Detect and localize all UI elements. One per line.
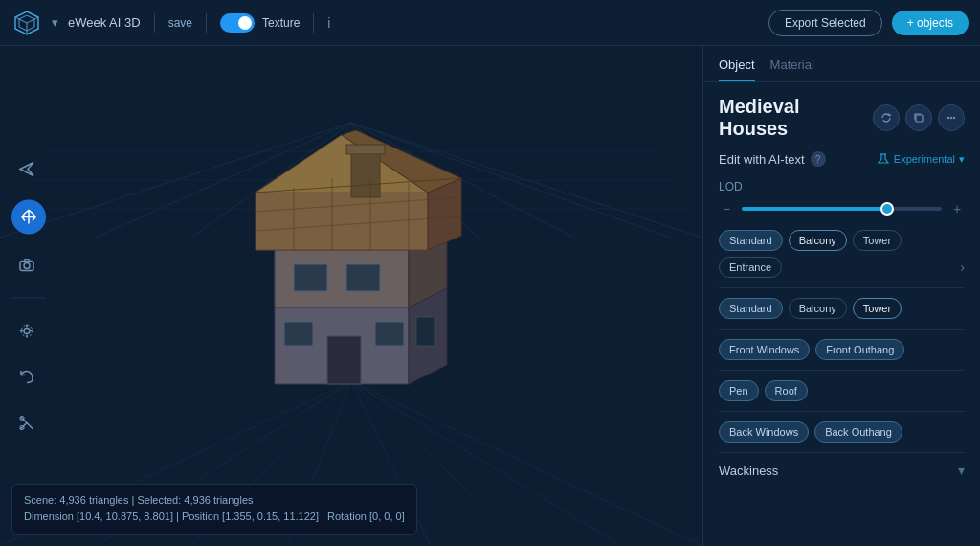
tag-row-4: Back Windows Back Outhang xyxy=(719,421,965,443)
ai-edit-label-text: Edit with AI-text xyxy=(719,152,805,167)
camera-tool-button[interactable] xyxy=(11,250,42,281)
send-tool-button[interactable] xyxy=(11,154,42,185)
lod-decrease-btn[interactable]: − xyxy=(719,201,734,216)
tag-front-outhang[interactable]: Front Outhang xyxy=(815,339,904,360)
left-toolbar xyxy=(11,154,46,439)
tool-separator xyxy=(11,298,46,299)
cut-tool-button[interactable] xyxy=(11,408,42,439)
tag-row-3: Pen Roof xyxy=(719,380,965,401)
tag-row-2: Front Windows Front Outhang xyxy=(719,339,965,360)
tag-front-windows[interactable]: Front Windows xyxy=(719,339,810,360)
tag-entrance-0[interactable]: Entrance xyxy=(719,257,782,278)
divider-2 xyxy=(206,13,207,33)
camera-icon xyxy=(18,257,35,274)
house-svg xyxy=(198,97,504,442)
svg-rect-35 xyxy=(351,149,380,197)
refresh-icon xyxy=(880,112,892,124)
svg-rect-44 xyxy=(294,264,327,291)
refresh-icon-btn[interactable] xyxy=(873,104,900,131)
svg-rect-47 xyxy=(284,322,313,346)
flask-icon xyxy=(877,152,890,166)
svg-rect-46 xyxy=(327,336,361,384)
svg-rect-56 xyxy=(916,115,923,122)
status-line-1: Scene: 4,936 triangles | Selected: 4,936… xyxy=(24,492,405,510)
lod-section: LOD − + xyxy=(719,180,965,216)
tag-roof[interactable]: Roof xyxy=(765,380,808,401)
move-tool-button[interactable] xyxy=(11,200,46,235)
logo-arrow[interactable]: ▾ xyxy=(52,15,58,30)
svg-point-57 xyxy=(947,117,949,119)
lod-slider[interactable] xyxy=(742,207,942,211)
experimental-badge[interactable]: Experimental ▾ xyxy=(877,152,965,166)
texture-toggle[interactable] xyxy=(220,13,255,33)
object-title-text: Medieval Houses xyxy=(719,96,865,140)
viewport[interactable]: Scene: 4,936 triangles | Selected: 4,936… xyxy=(0,46,702,546)
tag-standard-0[interactable]: Standard xyxy=(719,230,783,251)
copy-icon-btn[interactable] xyxy=(905,104,932,131)
divider-1 xyxy=(154,13,155,33)
info-icon[interactable]: i xyxy=(327,15,330,31)
experimental-label: Experimental xyxy=(894,153,955,165)
transform-icon xyxy=(18,323,35,340)
lod-slider-wrapper: − + xyxy=(719,201,965,216)
panel-content: Medieval Houses xyxy=(703,82,980,501)
wackiness-label: Wackiness xyxy=(719,464,778,478)
separator-4 xyxy=(719,411,965,412)
svg-point-59 xyxy=(953,117,955,119)
tag-balcony-0[interactable]: Balcony xyxy=(789,230,847,251)
tag-balcony-1[interactable]: Balcony xyxy=(789,298,847,319)
transform-tool-button[interactable] xyxy=(11,316,42,347)
tag-row-0: Standard Balcony Tower Entrance › xyxy=(719,230,965,278)
tag-row-1: Standard Balcony Tower xyxy=(719,298,965,319)
undo-tool-button[interactable] xyxy=(11,362,42,393)
add-objects-button[interactable]: + objects xyxy=(892,11,969,35)
lod-increase-btn[interactable]: + xyxy=(949,201,965,216)
separator-1 xyxy=(719,287,965,288)
svg-point-51 xyxy=(24,263,30,269)
object-title-row: Medieval Houses xyxy=(719,96,965,140)
tag-back-outhang[interactable]: Back Outhang xyxy=(814,421,902,443)
export-selected-button[interactable]: Export Selected xyxy=(768,10,882,36)
header: ▾ eWeek AI 3D save Texture i Export Sele… xyxy=(0,0,980,46)
experimental-chevron: ▾ xyxy=(959,153,965,166)
tag-back-windows[interactable]: Back Windows xyxy=(719,421,809,443)
panel-tabs: Object Material xyxy=(703,46,980,82)
save-button[interactable]: save xyxy=(168,16,192,30)
texture-label: Texture xyxy=(262,16,300,30)
send-icon xyxy=(18,161,35,178)
svg-rect-45 xyxy=(346,264,380,291)
texture-toggle-wrapper: Texture xyxy=(220,13,300,33)
logo-icon xyxy=(11,8,42,38)
svg-point-58 xyxy=(950,117,952,119)
divider-3 xyxy=(313,13,314,33)
cut-icon xyxy=(18,415,35,432)
more-icon-btn[interactable] xyxy=(938,104,965,131)
separator-3 xyxy=(719,370,965,371)
tag-row-0-arrow[interactable]: › xyxy=(960,260,965,275)
tag-tower-1[interactable]: Tower xyxy=(853,298,902,319)
3d-house xyxy=(198,97,504,445)
lod-slider-thumb xyxy=(880,202,894,216)
tag-standard-1[interactable]: Standard xyxy=(719,298,783,319)
title-icons xyxy=(873,104,965,131)
copy-icon xyxy=(913,112,924,124)
lod-label: LOD xyxy=(719,180,965,193)
right-panel: Object Material Medieval Houses xyxy=(702,46,980,546)
tab-material[interactable]: Material xyxy=(770,57,814,81)
tab-object[interactable]: Object xyxy=(719,57,755,81)
status-line-2: Dimension [10.4, 10.875, 8.801] | Positi… xyxy=(24,509,405,526)
move-icon xyxy=(20,209,37,226)
undo-icon xyxy=(18,369,35,386)
separator-2 xyxy=(719,329,965,330)
more-icon xyxy=(946,112,957,124)
tag-tower-0[interactable]: Tower xyxy=(853,230,902,251)
wackiness-chevron-icon: ▾ xyxy=(958,463,965,478)
svg-rect-49 xyxy=(416,317,435,346)
app-title: eWeek AI 3D xyxy=(68,15,141,30)
main-area: Scene: 4,936 triangles | Selected: 4,936… xyxy=(0,46,980,546)
tag-pen[interactable]: Pen xyxy=(719,380,759,401)
svg-rect-48 xyxy=(375,322,404,346)
svg-rect-36 xyxy=(346,145,385,154)
wackiness-row[interactable]: Wackiness ▾ xyxy=(719,452,965,488)
help-icon[interactable]: ? xyxy=(811,151,826,167)
